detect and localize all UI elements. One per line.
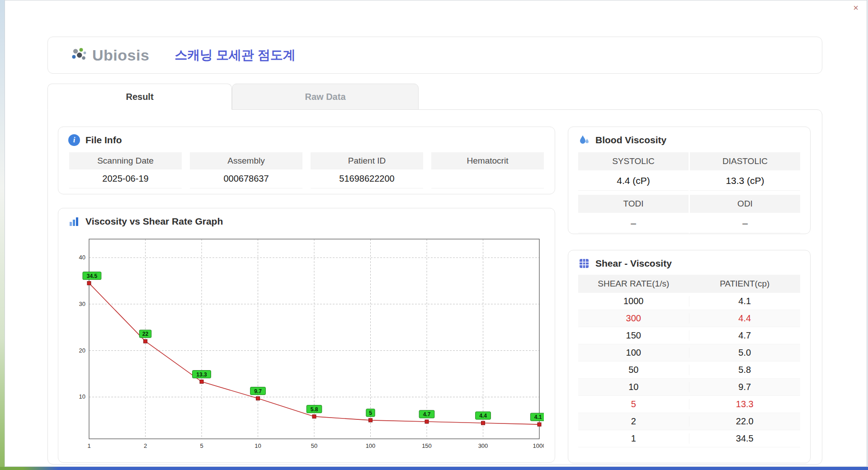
tab-result[interactable]: Result (47, 84, 232, 110)
blood-viscosity-title: Blood Viscosity (595, 135, 666, 146)
table-row: 505.8 (578, 362, 800, 379)
close-button[interactable]: × (853, 3, 859, 12)
app-title: 스캐닝 모세관 점도계 (175, 47, 296, 64)
svg-text:50: 50 (311, 442, 317, 449)
svg-text:150: 150 (422, 442, 432, 449)
field-label: Patient ID (311, 152, 423, 169)
svg-text:10: 10 (255, 442, 261, 449)
blood-viscosity-header: Blood Viscosity (568, 127, 810, 150)
field-label: Assembly (190, 152, 302, 169)
cell-shear-rate: 2 (578, 416, 689, 427)
desktop-edge-bottom (0, 467, 868, 470)
graph-header: Viscosity vs Shear Rate Graph (58, 208, 555, 231)
svg-text:2: 2 (144, 442, 147, 449)
bv-label: ODI (690, 195, 800, 213)
svg-text:1: 1 (87, 442, 90, 449)
graph-card: Viscosity vs Shear Rate Graph 1020304012… (58, 208, 555, 463)
table-row: 134.5 (578, 430, 800, 447)
shear-viscosity-title: Shear - Viscosity (595, 258, 672, 269)
app-window: × Ubiosis 스캐닝 모세관 점도계 Result Raw Data i … (5, 0, 867, 467)
svg-text:100: 100 (366, 442, 376, 449)
svg-text:1000: 1000 (533, 442, 544, 449)
field-label: Scanning Date (69, 152, 182, 169)
svg-text:10: 10 (79, 393, 85, 400)
table-row: 513.3 (578, 396, 800, 413)
field-value: 51698622200 (311, 169, 423, 188)
shear-viscosity-card: Shear - Viscosity SHEAR RATE(1/s) PATIEN… (568, 250, 811, 463)
blood-viscosity-card: Blood Viscosity SYSTOLICDIASTOLIC4.4 (cP… (568, 127, 811, 234)
col-shear-rate: SHEAR RATE(1/s) (578, 279, 689, 289)
bv-label: DIASTOLIC (690, 152, 800, 170)
bv-label: TODI (578, 195, 689, 213)
blood-viscosity-group: TODIODI–– (578, 195, 800, 233)
table-row: 3004.4 (578, 310, 800, 327)
file-info-field: Hematocrit (431, 152, 544, 188)
svg-text:34.5: 34.5 (87, 273, 98, 279)
table-body: 10004.13004.41504.71005.0505.8109.7513.3… (578, 293, 800, 447)
svg-text:4.4: 4.4 (479, 413, 487, 419)
grid-table-icon (578, 258, 590, 269)
cell-patient: 4.1 (689, 296, 801, 306)
file-info-header: i File Info (58, 127, 555, 150)
main-panel: i File Info Scanning Date2025-06-19Assem… (47, 109, 822, 465)
svg-text:40: 40 (79, 254, 85, 261)
svg-text:22: 22 (142, 331, 149, 337)
bar-chart-icon (68, 216, 80, 227)
viscosity-chart: 102030401251050100150300100034.52213.39.… (70, 233, 544, 452)
svg-text:5: 5 (369, 410, 372, 416)
svg-text:5: 5 (200, 442, 203, 449)
file-info-field: Scanning Date2025-06-19 (69, 152, 182, 188)
cell-shear-rate: 10 (578, 382, 689, 392)
svg-text:13.3: 13.3 (196, 371, 207, 378)
cell-shear-rate: 150 (578, 330, 689, 341)
blood-viscosity-group: SYSTOLICDIASTOLIC4.4 (cP)13.3 (cP) (578, 152, 800, 191)
svg-text:30: 30 (79, 301, 85, 307)
logo-text: Ubiosis (92, 47, 149, 64)
cell-patient: 9.7 (689, 382, 801, 392)
file-info-card: i File Info Scanning Date2025-06-19Assem… (58, 127, 555, 194)
svg-text:4.7: 4.7 (423, 411, 431, 418)
cell-patient: 4.7 (689, 330, 801, 341)
cell-patient: 5.8 (689, 365, 801, 375)
svg-text:5.8: 5.8 (311, 406, 318, 413)
file-info-title: File Info (85, 135, 122, 146)
field-value: 2025-06-19 (69, 169, 182, 188)
table-row: 1504.7 (578, 327, 800, 344)
tab-raw-data[interactable]: Raw Data (232, 84, 419, 110)
header-card: Ubiosis 스캐닝 모세관 점도계 (47, 37, 822, 74)
cell-shear-rate: 1000 (578, 296, 689, 306)
file-info-field: Patient ID51698622200 (311, 152, 423, 188)
cell-patient: 13.3 (689, 399, 801, 409)
svg-text:300: 300 (478, 442, 488, 449)
cell-shear-rate: 100 (578, 348, 689, 358)
table-row: 1005.0 (578, 344, 800, 362)
graph-title: Viscosity vs Shear Rate Graph (85, 216, 223, 227)
ubiosis-logo-icon (71, 47, 90, 64)
field-value: 000678637 (190, 169, 302, 188)
bv-value: 13.3 (cP) (690, 170, 800, 191)
table-row: 109.7 (578, 379, 800, 396)
cell-patient: 22.0 (689, 416, 801, 427)
bv-label: SYSTOLIC (578, 152, 689, 170)
field-label: Hematocrit (431, 152, 544, 169)
table-row: 10004.1 (578, 293, 800, 310)
cell-patient: 34.5 (689, 433, 801, 444)
field-value (431, 169, 544, 188)
svg-text:4.1: 4.1 (534, 414, 542, 420)
cell-shear-rate: 300 (578, 313, 689, 324)
bv-value: 4.4 (cP) (578, 170, 689, 191)
chart-area: 102030401251050100150300100034.52213.39.… (70, 233, 544, 452)
svg-text:20: 20 (79, 347, 85, 354)
cell-patient: 5.0 (689, 348, 801, 358)
table-header-row: SHEAR RATE(1/s) PATIENT(cp) (578, 275, 800, 293)
file-info-fields: Scanning Date2025-06-19Assembly000678637… (58, 150, 555, 188)
info-icon: i (68, 134, 80, 146)
ubiosis-logo: Ubiosis (71, 47, 149, 64)
svg-text:9.7: 9.7 (254, 388, 262, 395)
droplet-icon (578, 134, 590, 146)
cell-shear-rate: 5 (578, 399, 689, 409)
shear-viscosity-table: SHEAR RATE(1/s) PATIENT(cp) 10004.13004.… (568, 273, 810, 447)
cell-shear-rate: 1 (578, 433, 689, 444)
table-row: 222.0 (578, 413, 800, 430)
bv-value: – (690, 213, 800, 233)
